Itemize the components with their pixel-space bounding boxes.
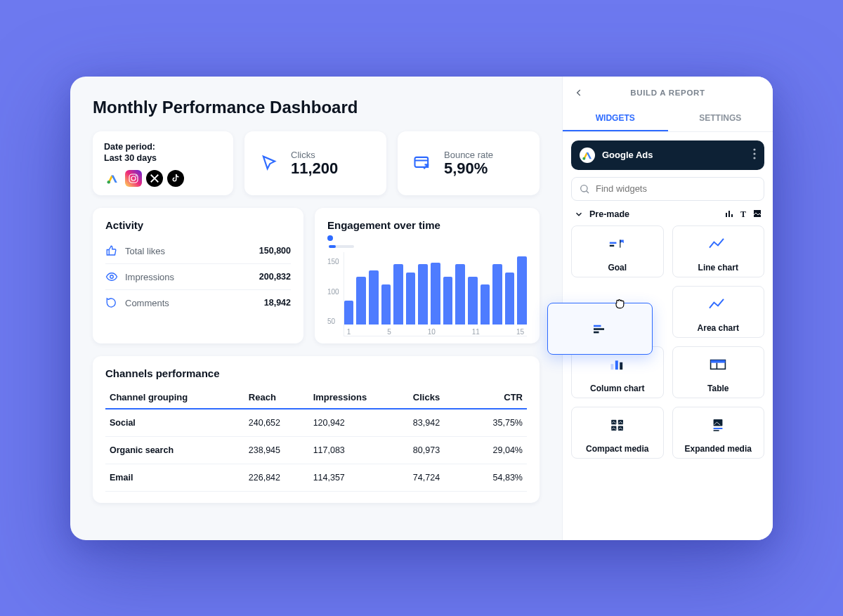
kpi-bounce-card: Bounce rate 5,90% xyxy=(398,131,540,196)
bar xyxy=(517,256,527,325)
back-button[interactable] xyxy=(570,84,588,102)
svg-rect-18 xyxy=(610,364,613,369)
widget-option-goal[interactable]: Goal xyxy=(571,225,664,277)
source-more-button[interactable] xyxy=(753,148,756,162)
tab-settings[interactable]: SETTINGS xyxy=(668,106,773,131)
source-selector[interactable]: Google Ads xyxy=(571,140,764,170)
widget-label: Compact media xyxy=(572,443,663,458)
bar xyxy=(381,284,391,325)
page-title: Monthly Performance Dashboard xyxy=(93,98,540,117)
channels-table: Channel grouping Reach Impressions Click… xyxy=(105,386,527,492)
widget-option-area-chart[interactable]: Area chart xyxy=(672,286,765,338)
svg-rect-19 xyxy=(615,360,618,369)
activity-label: Comments xyxy=(125,298,169,308)
channels-title: Channels performance xyxy=(105,367,527,379)
cursor-icon xyxy=(257,151,281,175)
bar xyxy=(431,263,440,325)
svg-rect-11 xyxy=(726,213,727,217)
bar xyxy=(344,301,354,325)
svg-point-5 xyxy=(110,275,114,279)
series-dot-icon xyxy=(327,235,333,241)
widget-label: Expanded media xyxy=(673,443,764,458)
th-channel: Channel grouping xyxy=(105,386,244,409)
xtick: 10 xyxy=(428,328,436,336)
instagram-icon xyxy=(125,170,142,187)
bar xyxy=(492,264,502,325)
filter-media-icon[interactable] xyxy=(753,209,762,220)
svg-rect-20 xyxy=(620,362,622,369)
activity-value: 200,832 xyxy=(259,272,291,282)
app-window: Monthly Performance Dashboard Date perio… xyxy=(70,77,773,540)
svg-point-7 xyxy=(753,148,755,150)
widget-label: Table xyxy=(673,382,764,398)
svg-rect-30 xyxy=(714,430,719,431)
svg-rect-17 xyxy=(620,240,620,247)
filter-text-icon[interactable]: T xyxy=(740,209,746,220)
kpi-clicks-label: Clicks xyxy=(291,150,338,160)
widget-type-filters: T xyxy=(725,209,762,220)
grab-cursor-icon xyxy=(613,296,627,313)
kpi-clicks-card: Clicks 11,200 xyxy=(244,131,386,196)
ytick: 100 xyxy=(327,288,339,296)
activity-row-likes: Total likes 150,800 xyxy=(105,238,291,264)
svg-rect-31 xyxy=(594,325,601,327)
filter-chart-icon[interactable] xyxy=(725,209,733,220)
svg-point-10 xyxy=(581,185,587,191)
x-axis: 1 5 10 11 15 xyxy=(344,328,527,336)
bar xyxy=(468,277,478,325)
table-row: Social240,652120,94283,94235,75% xyxy=(105,409,527,437)
svg-rect-28 xyxy=(714,419,723,426)
bar xyxy=(356,277,366,325)
activity-label: Impressions xyxy=(125,272,174,282)
svg-rect-13 xyxy=(731,214,733,217)
panel-header: BUILD A REPORT xyxy=(563,77,773,102)
th-impressions: Impressions xyxy=(309,386,409,409)
x-icon xyxy=(146,170,163,187)
widget-option-compact-media[interactable]: Compact media xyxy=(571,407,664,459)
widget-label: Area chart xyxy=(673,322,764,337)
ytick: 50 xyxy=(327,317,339,325)
widget-search[interactable] xyxy=(571,177,764,201)
xtick: 15 xyxy=(516,328,524,336)
activity-value: 18,942 xyxy=(264,298,291,308)
channels-performance-card: Channels performance Channel grouping Re… xyxy=(93,356,540,503)
tiktok-icon xyxy=(167,170,184,187)
svg-point-3 xyxy=(136,176,137,177)
ytick: 150 xyxy=(327,258,339,266)
thumbs-up-icon xyxy=(105,244,118,257)
section-premade-header[interactable]: Pre-made T xyxy=(574,209,762,220)
svg-rect-29 xyxy=(714,428,723,429)
widget-drag-ghost[interactable] xyxy=(547,303,653,355)
engagement-title: Engagement over time xyxy=(327,219,527,231)
widget-search-input[interactable] xyxy=(596,183,757,194)
search-icon xyxy=(579,183,590,195)
svg-point-6 xyxy=(582,157,585,159)
widget-option-line-chart[interactable]: Line chart xyxy=(672,225,765,277)
source-name: Google Ads xyxy=(602,150,746,160)
xtick: 5 xyxy=(387,328,391,336)
y-axis: 150 100 50 xyxy=(327,252,339,336)
kpi-row: Date period: Last 30 days Clicks 11,200 xyxy=(93,131,540,196)
comment-icon xyxy=(105,296,118,309)
date-period-label-2: Last 30 days xyxy=(104,152,222,164)
bar xyxy=(406,273,416,325)
tab-widgets[interactable]: WIDGETS xyxy=(563,106,668,131)
chart-scrub-icon xyxy=(329,245,354,248)
channel-icons xyxy=(104,170,222,187)
svg-rect-16 xyxy=(610,244,614,246)
dashboard-main: Monthly Performance Dashboard Date perio… xyxy=(70,77,562,540)
widget-option-table[interactable]: Table xyxy=(672,346,765,398)
widget-label: Line chart xyxy=(673,261,764,277)
svg-point-8 xyxy=(753,152,755,155)
activity-value: 150,800 xyxy=(259,246,291,256)
bar xyxy=(481,284,490,325)
svg-point-0 xyxy=(107,181,111,184)
th-ctr: CTR xyxy=(466,386,527,409)
svg-point-2 xyxy=(131,176,136,181)
bar xyxy=(443,277,453,325)
table-row: Organic search238,945117,08380,97329,04% xyxy=(105,437,527,464)
google-ads-icon xyxy=(104,170,121,187)
date-period-card: Date period: Last 30 days xyxy=(93,131,233,196)
widget-option-expanded-media[interactable]: Expanded media xyxy=(672,407,765,459)
th-clicks: Clicks xyxy=(409,386,466,409)
